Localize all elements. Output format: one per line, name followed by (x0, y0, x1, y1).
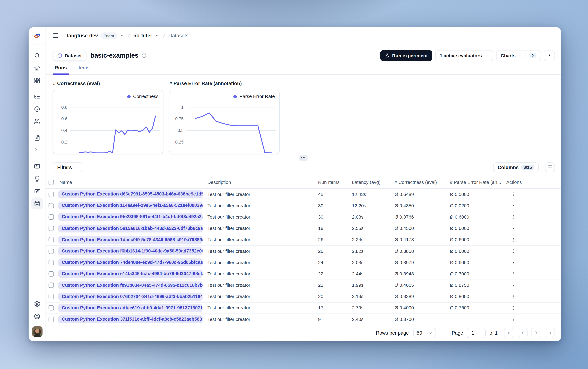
sidebar-item-annotation[interactable] (31, 185, 43, 197)
chart-block: # Correctness (eval)0.80.60.40.2Correctn… (53, 81, 163, 154)
chart-legend: Correctness (127, 94, 158, 99)
row-actions-kebab[interactable] (511, 192, 516, 197)
column-header-run-items[interactable]: Run Items (318, 180, 352, 185)
rows-per-page-select[interactable]: 50 (413, 328, 436, 338)
run-name-link[interactable]: Custom Python Execution e14fa348-5cfc-49… (58, 270, 203, 278)
resize-handle[interactable] (299, 155, 307, 161)
run-name-link[interactable]: Custom Python Execution 114aa9ef-29e6-4e… (58, 202, 203, 209)
column-header-parse-error[interactable]: # Parse Error Rate (an... (450, 180, 504, 185)
row-checkbox[interactable] (49, 305, 54, 311)
row-checkbox[interactable] (49, 294, 54, 299)
row-checkbox[interactable] (49, 226, 54, 231)
table-row[interactable]: Custom Python Execution e14fa348-5cfc-49… (46, 268, 561, 280)
prev-page-button[interactable] (518, 328, 528, 338)
table-row[interactable]: Custom Python Execution 1daec0f9-5e78-43… (46, 234, 561, 246)
sidebar-item-lightbulb[interactable] (31, 173, 43, 185)
row-actions-kebab[interactable] (511, 237, 516, 242)
more-actions-button[interactable] (544, 50, 555, 61)
sidebar-item-datasets[interactable] (31, 197, 43, 209)
run-name-link[interactable]: Custom Python Execution d66e7991-8595-45… (58, 190, 203, 198)
row-checkbox[interactable] (49, 237, 54, 242)
sidebar-item-prompts[interactable] (31, 132, 43, 144)
table-row[interactable]: Custom Python Execution 114aa9ef-29e6-4e… (46, 200, 561, 212)
row-checkbox[interactable] (49, 192, 54, 197)
first-page-button[interactable] (504, 328, 514, 338)
run-name-link[interactable]: Custom Python Execution 74de488e-ec9d-47… (58, 259, 203, 266)
sidebar-item-support[interactable] (31, 310, 43, 323)
run-name-link[interactable]: Custom Python Execution 9fe23f98-881e-44… (58, 213, 203, 221)
row-actions-kebab[interactable] (511, 260, 516, 265)
sidebar-item-evaluation[interactable] (31, 160, 43, 173)
breadcrumb-section[interactable]: Datasets (168, 33, 189, 39)
row-actions-kebab[interactable] (511, 203, 516, 208)
langfuse-logo[interactable] (29, 27, 46, 44)
legend-label: Parse Error Rate (240, 94, 275, 99)
select-all-checkbox[interactable] (49, 180, 54, 185)
table-row[interactable]: Custom Python Execution 371f531c-abff-4d… (46, 314, 561, 324)
chevron-down-icon[interactable] (120, 34, 124, 38)
sidebar-toggle-icon[interactable] (52, 32, 59, 39)
run-experiment-button[interactable]: Run experiment (380, 50, 432, 61)
page-input[interactable] (467, 328, 486, 338)
info-icon[interactable] (141, 53, 146, 58)
breadcrumb-project[interactable]: langfuse-dev (67, 33, 98, 39)
run-name-link[interactable]: Custom Python Execution adfae619-abb0-4d… (58, 304, 203, 312)
run-name-link[interactable]: Custom Python Execution 371f531c-abff-4d… (58, 316, 203, 323)
row-actions-kebab[interactable] (511, 294, 516, 299)
row-actions-kebab[interactable] (511, 249, 516, 254)
table-row[interactable]: Custom Python Execution 74de488e-ec9d-47… (46, 257, 561, 268)
row-checkbox[interactable] (49, 214, 54, 220)
sidebar-item-users[interactable] (31, 115, 43, 128)
next-page-button[interactable] (531, 328, 541, 338)
active-evaluators-button[interactable]: 1 active evaluators (435, 50, 493, 61)
charts-button[interactable]: Charts 2 (496, 50, 541, 61)
column-header-correctness[interactable]: # Correctness (eval) (395, 180, 450, 185)
row-actions-kebab[interactable] (511, 215, 516, 219)
filters-button[interactable]: Filters (53, 162, 83, 172)
sidebar-item-tracing[interactable] (31, 91, 43, 103)
run-name-link[interactable]: Custom Python Execution fe91b83e-04a5-47… (58, 281, 203, 289)
sidebar-item-sessions[interactable] (31, 103, 43, 115)
table-row[interactable]: Custom Python Execution 5a15a616-1bab-44… (46, 223, 561, 234)
sidebar-item-dashboards[interactable] (31, 74, 43, 87)
row-checkbox[interactable] (49, 317, 54, 322)
row-checkbox[interactable] (49, 203, 54, 208)
run-name-link[interactable]: Custom Python Execution 076b2704-341d-48… (58, 293, 203, 300)
run-description: Test our filter creator (205, 317, 318, 322)
run-name-link[interactable]: Custom Python Execution 5a15a616-1bab-44… (58, 224, 203, 232)
sidebar-item-playground[interactable] (31, 144, 43, 156)
run-name-link[interactable]: Custom Python Execution 1daec0f9-5e78-43… (58, 236, 203, 244)
y-axis-label: 0.4 (61, 128, 67, 133)
tab-items[interactable]: Items (76, 65, 91, 74)
row-actions-kebab[interactable] (511, 306, 516, 310)
row-checkbox[interactable] (49, 283, 54, 288)
row-height-button[interactable] (545, 162, 555, 172)
breadcrumb-environment[interactable]: no-filter (133, 33, 152, 39)
table-row[interactable]: Custom Python Execution d66e7991-8595-45… (46, 189, 561, 200)
row-checkbox[interactable] (49, 260, 54, 265)
table-row[interactable]: Custom Python Execution f6bb1614-1f90-40… (46, 246, 561, 257)
sidebar-item-home[interactable] (31, 62, 43, 74)
chevron-down-icon[interactable] (155, 34, 159, 38)
run-name-link[interactable]: Custom Python Execution f6bb1614-1f90-40… (58, 247, 203, 255)
columns-button[interactable]: Columns 8/15 (493, 162, 539, 172)
table-row[interactable]: Custom Python Execution 9fe23f98-881e-44… (46, 212, 561, 223)
parse-error-value: Ø 0.6000 (450, 226, 504, 231)
row-actions-kebab[interactable] (511, 271, 516, 276)
table-row[interactable]: Custom Python Execution adfae619-abb0-4d… (46, 302, 561, 314)
row-actions-kebab[interactable] (511, 226, 516, 231)
row-checkbox[interactable] (49, 249, 54, 254)
table-row[interactable]: Custom Python Execution fe91b83e-04a5-47… (46, 280, 561, 291)
sidebar-item-search[interactable] (31, 49, 43, 62)
tab-runs[interactable]: Runs (53, 65, 69, 75)
row-actions-kebab[interactable] (511, 283, 516, 288)
sidebar-item-settings[interactable] (31, 298, 43, 310)
column-header-latency[interactable]: Latency (avg) (352, 180, 395, 185)
last-page-button[interactable] (545, 328, 555, 338)
user-avatar[interactable] (32, 326, 42, 337)
row-checkbox[interactable] (49, 271, 54, 277)
table-row[interactable]: Custom Python Execution 076b2704-341d-48… (46, 291, 561, 302)
row-actions-kebab[interactable] (511, 317, 516, 322)
column-header-name[interactable]: Name (59, 180, 72, 185)
column-header-description[interactable]: Description (205, 180, 318, 185)
